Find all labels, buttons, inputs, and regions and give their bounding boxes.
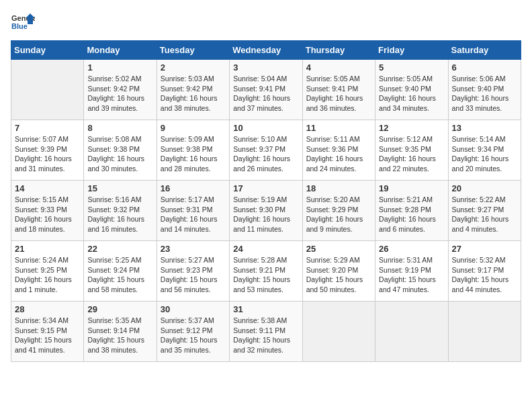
day-number: 25 bbox=[306, 244, 371, 254]
day-number: 31 bbox=[233, 304, 298, 314]
calendar-day-cell: 5Sunrise: 5:05 AM Sunset: 9:40 PM Daylig… bbox=[375, 60, 448, 120]
day-number: 28 bbox=[15, 304, 80, 314]
calendar-day-cell: 30Sunrise: 5:37 AM Sunset: 9:12 PM Dayli… bbox=[157, 302, 229, 362]
day-number: 16 bbox=[161, 183, 226, 193]
calendar-day-cell: 28Sunrise: 5:34 AM Sunset: 9:15 PM Dayli… bbox=[11, 302, 84, 362]
calendar-week-row: 28Sunrise: 5:34 AM Sunset: 9:15 PM Dayli… bbox=[11, 302, 521, 362]
day-info: Sunrise: 5:02 AM Sunset: 9:42 PM Dayligh… bbox=[87, 74, 152, 113]
calendar-day-cell: 19Sunrise: 5:21 AM Sunset: 9:28 PM Dayli… bbox=[375, 181, 448, 241]
day-number: 24 bbox=[233, 244, 298, 254]
day-info: Sunrise: 5:29 AM Sunset: 9:20 PM Dayligh… bbox=[306, 255, 371, 295]
day-number: 5 bbox=[379, 62, 444, 73]
calendar-day-cell: 6Sunrise: 5:06 AM Sunset: 9:40 PM Daylig… bbox=[448, 60, 521, 120]
calendar-day-cell: 8Sunrise: 5:08 AM Sunset: 9:38 PM Daylig… bbox=[84, 120, 157, 181]
day-info: Sunrise: 5:03 AM Sunset: 9:42 PM Dayligh… bbox=[161, 74, 226, 113]
calendar-day-cell: 22Sunrise: 5:25 AM Sunset: 9:24 PM Dayli… bbox=[84, 241, 157, 302]
day-number: 21 bbox=[15, 244, 80, 254]
day-number: 12 bbox=[379, 123, 444, 133]
day-info: Sunrise: 5:37 AM Sunset: 9:12 PM Dayligh… bbox=[161, 316, 226, 355]
day-number: 15 bbox=[87, 183, 152, 193]
calendar-week-row: 14Sunrise: 5:15 AM Sunset: 9:33 PM Dayli… bbox=[11, 181, 521, 241]
day-of-week-header: Wednesday bbox=[230, 41, 302, 60]
day-number: 9 bbox=[161, 123, 226, 133]
day-number: 18 bbox=[306, 183, 371, 193]
day-info: Sunrise: 5:14 AM Sunset: 9:34 PM Dayligh… bbox=[452, 134, 517, 174]
calendar-day-cell: 4Sunrise: 5:05 AM Sunset: 9:41 PM Daylig… bbox=[302, 60, 375, 120]
calendar-header-row: SundayMondayTuesdayWednesdayThursdayFrid… bbox=[11, 41, 521, 60]
day-info: Sunrise: 5:09 AM Sunset: 9:38 PM Dayligh… bbox=[161, 134, 226, 174]
day-info: Sunrise: 5:17 AM Sunset: 9:31 PM Dayligh… bbox=[161, 195, 226, 234]
day-info: Sunrise: 5:16 AM Sunset: 9:32 PM Dayligh… bbox=[87, 195, 152, 234]
day-info: Sunrise: 5:19 AM Sunset: 9:30 PM Dayligh… bbox=[233, 195, 298, 234]
day-number: 1 bbox=[87, 62, 152, 73]
day-info: Sunrise: 5:38 AM Sunset: 9:11 PM Dayligh… bbox=[233, 316, 298, 355]
day-number: 13 bbox=[452, 123, 517, 133]
day-number: 6 bbox=[452, 62, 517, 73]
logo-svg: General Blue bbox=[11, 11, 35, 35]
day-number: 17 bbox=[233, 183, 298, 193]
day-info: Sunrise: 5:06 AM Sunset: 9:40 PM Dayligh… bbox=[452, 74, 517, 113]
day-info: Sunrise: 5:35 AM Sunset: 9:14 PM Dayligh… bbox=[87, 316, 152, 355]
calendar-table: SundayMondayTuesdayWednesdayThursdayFrid… bbox=[11, 40, 521, 362]
day-number: 14 bbox=[15, 183, 80, 193]
day-info: Sunrise: 5:24 AM Sunset: 9:25 PM Dayligh… bbox=[15, 255, 80, 295]
day-number: 11 bbox=[306, 123, 371, 133]
calendar-day-cell: 17Sunrise: 5:19 AM Sunset: 9:30 PM Dayli… bbox=[230, 181, 302, 241]
day-number: 7 bbox=[15, 123, 80, 133]
calendar-day-cell: 12Sunrise: 5:12 AM Sunset: 9:35 PM Dayli… bbox=[375, 120, 448, 181]
day-info: Sunrise: 5:28 AM Sunset: 9:21 PM Dayligh… bbox=[233, 255, 298, 295]
calendar-day-cell: 24Sunrise: 5:28 AM Sunset: 9:21 PM Dayli… bbox=[230, 241, 302, 302]
day-info: Sunrise: 5:10 AM Sunset: 9:37 PM Dayligh… bbox=[233, 134, 298, 174]
day-number: 2 bbox=[161, 62, 226, 73]
calendar-day-cell: 2Sunrise: 5:03 AM Sunset: 9:42 PM Daylig… bbox=[157, 60, 229, 120]
calendar-week-row: 1Sunrise: 5:02 AM Sunset: 9:42 PM Daylig… bbox=[11, 60, 521, 120]
day-number: 27 bbox=[452, 244, 517, 254]
calendar-day-cell: 20Sunrise: 5:22 AM Sunset: 9:27 PM Dayli… bbox=[448, 181, 521, 241]
calendar-day-cell: 15Sunrise: 5:16 AM Sunset: 9:32 PM Dayli… bbox=[84, 181, 157, 241]
day-info: Sunrise: 5:32 AM Sunset: 9:17 PM Dayligh… bbox=[452, 255, 517, 295]
svg-text:Blue: Blue bbox=[11, 22, 28, 30]
day-info: Sunrise: 5:22 AM Sunset: 9:27 PM Dayligh… bbox=[452, 195, 517, 234]
calendar-day-cell: 26Sunrise: 5:31 AM Sunset: 9:19 PM Dayli… bbox=[375, 241, 448, 302]
day-info: Sunrise: 5:05 AM Sunset: 9:41 PM Dayligh… bbox=[306, 74, 371, 113]
calendar-day-cell: 21Sunrise: 5:24 AM Sunset: 9:25 PM Dayli… bbox=[11, 241, 84, 302]
header-section: General Blue bbox=[11, 11, 521, 35]
calendar-day-cell: 25Sunrise: 5:29 AM Sunset: 9:20 PM Dayli… bbox=[302, 241, 375, 302]
day-info: Sunrise: 5:21 AM Sunset: 9:28 PM Dayligh… bbox=[379, 195, 444, 234]
day-of-week-header: Sunday bbox=[11, 41, 84, 60]
calendar-day-cell bbox=[448, 302, 521, 362]
day-number: 4 bbox=[306, 62, 371, 73]
calendar-day-cell: 9Sunrise: 5:09 AM Sunset: 9:38 PM Daylig… bbox=[157, 120, 229, 181]
day-number: 19 bbox=[379, 183, 444, 193]
day-number: 23 bbox=[161, 244, 226, 254]
day-of-week-header: Thursday bbox=[302, 41, 375, 60]
calendar-day-cell bbox=[375, 302, 448, 362]
calendar-day-cell: 29Sunrise: 5:35 AM Sunset: 9:14 PM Dayli… bbox=[84, 302, 157, 362]
day-number: 29 bbox=[87, 304, 152, 314]
day-of-week-header: Tuesday bbox=[157, 41, 229, 60]
day-info: Sunrise: 5:15 AM Sunset: 9:33 PM Dayligh… bbox=[15, 195, 80, 234]
calendar-day-cell bbox=[11, 60, 84, 120]
day-info: Sunrise: 5:25 AM Sunset: 9:24 PM Dayligh… bbox=[87, 255, 152, 295]
calendar-day-cell: 16Sunrise: 5:17 AM Sunset: 9:31 PM Dayli… bbox=[157, 181, 229, 241]
calendar-day-cell: 13Sunrise: 5:14 AM Sunset: 9:34 PM Dayli… bbox=[448, 120, 521, 181]
logo: General Blue bbox=[11, 11, 35, 35]
day-info: Sunrise: 5:07 AM Sunset: 9:39 PM Dayligh… bbox=[15, 134, 80, 174]
calendar-day-cell: 10Sunrise: 5:10 AM Sunset: 9:37 PM Dayli… bbox=[230, 120, 302, 181]
calendar-day-cell: 27Sunrise: 5:32 AM Sunset: 9:17 PM Dayli… bbox=[448, 241, 521, 302]
day-info: Sunrise: 5:04 AM Sunset: 9:41 PM Dayligh… bbox=[233, 74, 298, 113]
day-number: 26 bbox=[379, 244, 444, 254]
day-of-week-header: Saturday bbox=[448, 41, 521, 60]
day-info: Sunrise: 5:05 AM Sunset: 9:40 PM Dayligh… bbox=[379, 74, 444, 113]
day-number: 8 bbox=[87, 123, 152, 133]
calendar-day-cell: 3Sunrise: 5:04 AM Sunset: 9:41 PM Daylig… bbox=[230, 60, 302, 120]
calendar-week-row: 21Sunrise: 5:24 AM Sunset: 9:25 PM Dayli… bbox=[11, 241, 521, 302]
day-number: 3 bbox=[233, 62, 298, 73]
calendar-day-cell bbox=[302, 302, 375, 362]
calendar-day-cell: 11Sunrise: 5:11 AM Sunset: 9:36 PM Dayli… bbox=[302, 120, 375, 181]
calendar-day-cell: 31Sunrise: 5:38 AM Sunset: 9:11 PM Dayli… bbox=[230, 302, 302, 362]
day-info: Sunrise: 5:11 AM Sunset: 9:36 PM Dayligh… bbox=[306, 134, 371, 174]
day-number: 10 bbox=[233, 123, 298, 133]
day-number: 30 bbox=[161, 304, 226, 314]
day-info: Sunrise: 5:20 AM Sunset: 9:29 PM Dayligh… bbox=[306, 195, 371, 234]
